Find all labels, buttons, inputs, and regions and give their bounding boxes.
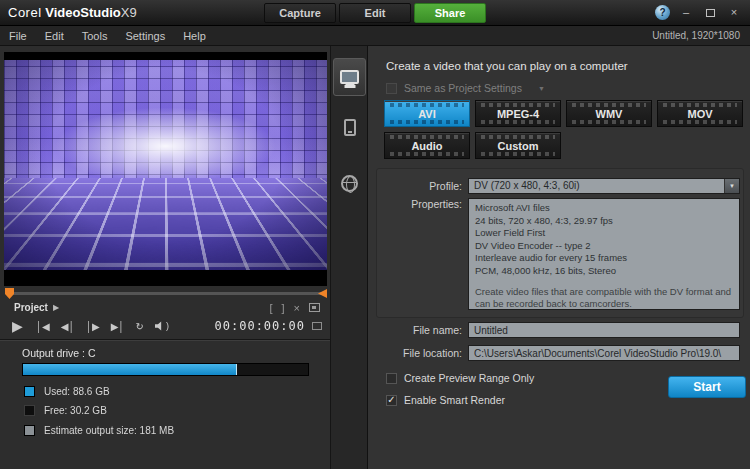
file-location-input[interactable] — [468, 345, 740, 361]
snapshot-button[interactable] — [309, 303, 320, 312]
menu-bar: File Edit Tools Settings Help Untitled, … — [0, 26, 750, 46]
same-as-project-checkbox[interactable] — [386, 83, 397, 94]
format-description: Create video files that are compatible w… — [475, 286, 733, 310]
tab-share[interactable]: Share — [414, 3, 486, 23]
properties-line: 24 bits, 720 x 480, 4:3, 29.97 fps — [475, 215, 733, 228]
globe-icon — [341, 175, 358, 192]
enable-smart-render-checkbox[interactable]: ✓ — [386, 395, 397, 406]
playhead-thumb[interactable] — [5, 288, 14, 299]
preview-panel: Project ▶ [ ] × ▶ │◀ ◀│ │▶ ▶│ ↻ ) 00:00:… — [0, 46, 331, 469]
properties-line: Lower Field First — [475, 227, 733, 240]
properties-line: Microsoft AVI files — [475, 202, 733, 215]
seek-track[interactable] — [6, 292, 325, 295]
video-frame-vignette — [4, 60, 327, 270]
file-name-label: File name: — [368, 324, 462, 336]
tab-edit[interactable]: Edit — [339, 3, 411, 23]
format-audio-button[interactable]: Audio — [384, 132, 470, 159]
share-target-toolbar — [331, 46, 368, 469]
check-icon: ✓ — [387, 395, 395, 405]
create-preview-range-label: Create Preview Range Only — [404, 372, 534, 384]
file-location-label: File location: — [368, 347, 462, 359]
brand-product: VideoStudio — [45, 5, 121, 20]
split-clip-button[interactable]: × — [294, 302, 300, 314]
trim-tools: [ ] × — [269, 302, 320, 314]
share-settings-panel: Create a video that you can play on a co… — [368, 46, 750, 469]
properties-label: Properties: — [368, 198, 462, 210]
play-mode-label[interactable]: Project — [14, 302, 48, 313]
title-bar: Corel VideoStudioX9 Capture Edit Share ?… — [0, 0, 750, 26]
file-name-input[interactable] — [468, 322, 740, 338]
output-drive-label: Output drive : C — [22, 347, 96, 359]
device-icon — [344, 119, 356, 136]
menu-help[interactable]: Help — [174, 30, 215, 42]
left-panel-divider — [0, 339, 330, 341]
previous-frame-button[interactable]: ◀│ — [61, 321, 75, 332]
menu-settings[interactable]: Settings — [116, 30, 174, 42]
close-button[interactable]: × — [726, 6, 742, 20]
tab-capture[interactable]: Capture — [264, 3, 336, 23]
end-button[interactable]: ▶│ — [111, 321, 125, 332]
used-swatch — [24, 386, 35, 397]
properties-line: PCM, 48,000 kHz, 16 bits, Stereo — [475, 265, 733, 278]
output-drive-bar — [22, 363, 309, 376]
format-mov-button[interactable]: MOV — [657, 100, 743, 127]
brand-corel: Corel — [8, 5, 42, 20]
help-icon[interactable]: ? — [655, 5, 670, 20]
free-space-row: Free: 30.2 GB — [24, 405, 107, 416]
target-device-button[interactable] — [333, 108, 366, 146]
trim-end-marker[interactable] — [318, 289, 327, 298]
profile-value: DV (720 x 480, 4:3, 60i) — [469, 179, 724, 193]
speaker-icon — [155, 321, 165, 331]
enable-smart-render-row: ✓ Enable Smart Render — [386, 394, 505, 406]
play-mode-flyout-icon[interactable]: ▶ — [53, 303, 59, 312]
repeat-button[interactable]: ↻ — [136, 321, 144, 332]
player-mode-row: Project ▶ [ ] × — [14, 301, 320, 314]
home-button[interactable]: │◀ — [36, 321, 50, 332]
mark-out-button[interactable]: ] — [282, 302, 285, 314]
estimate-swatch — [24, 425, 35, 436]
step-tabs: Capture Edit Share — [264, 3, 486, 23]
create-preview-range-checkbox[interactable] — [386, 373, 397, 384]
project-info: Untitled, 1920*1080 — [652, 30, 740, 41]
same-as-project-dropdown-icon[interactable]: ▼ — [538, 85, 545, 92]
menu-file[interactable]: File — [0, 30, 36, 42]
next-frame-button[interactable]: │▶ — [86, 321, 100, 332]
used-label: Used: 88.6 GB — [44, 386, 110, 397]
menu-tools[interactable]: Tools — [73, 30, 117, 42]
brand-version: X9 — [121, 5, 137, 20]
seek-bar[interactable] — [4, 288, 327, 299]
format-mpeg4-button[interactable]: MPEG-4 — [475, 100, 561, 127]
estimate-label: Estimate output size: 181 MB — [44, 425, 174, 436]
profile-dropdown[interactable]: DV (720 x 480, 4:3, 60i) ▼ — [468, 178, 740, 194]
start-button[interactable]: Start — [668, 376, 746, 398]
enlarge-preview-button[interactable] — [312, 322, 322, 330]
properties-line: DV Video Encoder -- type 2 — [475, 240, 733, 253]
mark-in-button[interactable]: [ — [269, 302, 272, 314]
format-avi-button[interactable]: AVI — [384, 100, 470, 127]
same-as-project-label: Same as Project Settings — [404, 82, 522, 94]
properties-box: Microsoft AVI files 24 bits, 720 x 480, … — [468, 198, 740, 310]
target-computer-button[interactable] — [333, 58, 366, 96]
share-heading: Create a video that you can play on a co… — [386, 60, 628, 72]
free-label: Free: 30.2 GB — [44, 405, 107, 416]
video-preview — [4, 52, 327, 286]
video-frame — [4, 60, 327, 270]
free-swatch — [24, 405, 35, 416]
format-wmv-button[interactable]: WMV — [566, 100, 652, 127]
profile-dropdown-arrow-icon[interactable]: ▼ — [724, 179, 739, 193]
maximize-icon — [706, 9, 715, 17]
profile-label: Profile: — [368, 180, 462, 192]
window-controls: ? – × — [655, 5, 742, 20]
estimate-row: Estimate output size: 181 MB — [24, 425, 174, 436]
play-button[interactable]: ▶ — [12, 318, 23, 334]
target-web-button[interactable] — [333, 164, 366, 202]
minimize-button[interactable]: – — [678, 6, 694, 20]
used-space-row: Used: 88.6 GB — [24, 386, 110, 397]
create-preview-range-row: Create Preview Range Only — [386, 372, 534, 384]
volume-button[interactable]: ) — [155, 321, 169, 331]
computer-icon — [340, 70, 359, 84]
format-custom-button[interactable]: Custom — [475, 132, 561, 159]
menu-edit[interactable]: Edit — [36, 30, 73, 42]
maximize-button[interactable] — [702, 6, 718, 20]
enable-smart-render-label: Enable Smart Render — [404, 394, 505, 406]
